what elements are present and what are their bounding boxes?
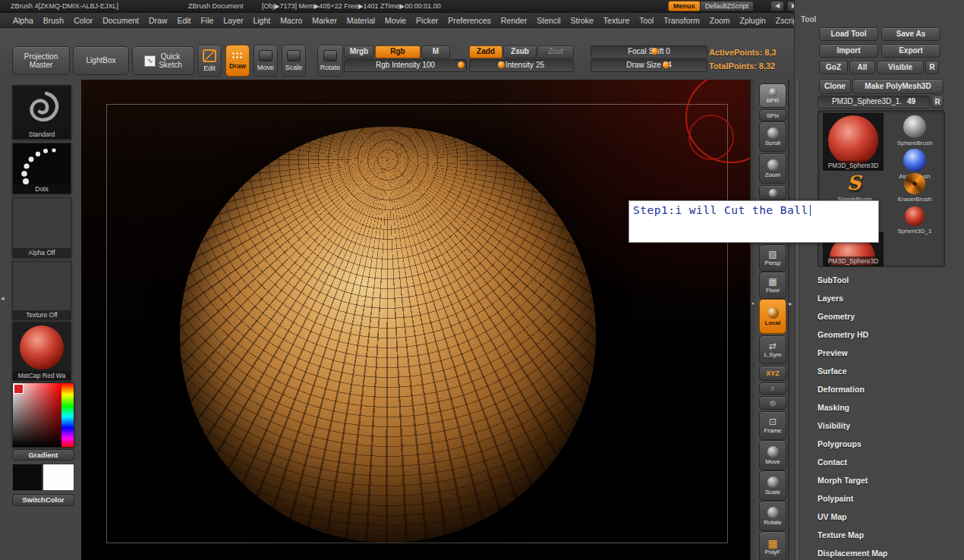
section-texture-map[interactable]: Texture Map [818,527,962,543]
section-geometry-hd[interactable]: Geometry HD [818,326,962,343]
scale-button[interactable]: Scale [282,45,306,77]
alpha-brush-icon[interactable] [903,149,926,171]
zsub-button[interactable]: Zsub [503,46,537,58]
stroke-thumbnail-dots[interactable]: Dots [12,143,71,194]
menu-item-zplugin[interactable]: Zplugin [736,13,769,28]
lightbox-button[interactable]: LightBox [73,46,129,75]
visible-button[interactable]: Visible [877,61,924,74]
focal-shift-handle[interactable] [651,48,658,55]
bpr-button[interactable]: BPR [759,83,786,108]
projection-master-button[interactable]: Projection Master [12,46,70,75]
local-button[interactable]: Local [759,299,786,334]
sphere-brush-icon[interactable] [903,115,926,138]
zcut-button[interactable]: Zcut [537,46,574,58]
frame-button[interactable]: ⊡ Frame [759,411,786,440]
make-polymesh3d-button[interactable]: Make PolyMesh3D [852,79,944,94]
menu-item-document[interactable]: Document [99,13,143,28]
divider-handle-2[interactable]: ▸ [789,300,792,307]
eraser-brush-icon[interactable] [904,173,925,194]
persp-button[interactable]: ▨ Persp [759,244,786,272]
simple-brush-icon[interactable]: S [843,171,865,194]
z-intensity-slider[interactable]: Z Intensity 25 [469,59,574,72]
rail-rotate-button[interactable]: Rotate [759,501,786,531]
section-visibility[interactable]: Visibility [818,417,962,434]
sym-ring-button[interactable]: ○ [759,382,786,395]
scroll-button[interactable]: Scroll [759,121,786,152]
rail-move-button[interactable]: Move [759,440,786,470]
rgb-intensity-handle[interactable] [458,61,465,68]
menu-item-render[interactable]: Render [497,13,531,28]
section-displacement-map[interactable]: Displacement Map [818,545,962,560]
sym-dot-button[interactable]: ◎ [759,396,786,410]
menu-item-edit[interactable]: Edit [173,13,194,28]
texture-off-thumbnail[interactable]: Texture Off [12,261,71,320]
rotate-button[interactable]: Rotate [317,45,343,77]
menus-button[interactable]: Menus [668,1,701,11]
menu-item-movie[interactable]: Movie [381,13,410,28]
goz-button[interactable]: GoZ [819,61,848,74]
draw-button[interactable]: Draw [225,45,250,77]
spix-button[interactable]: SPix [759,109,786,121]
brush-thumbnail-standard[interactable]: Standard [12,85,71,140]
xyz-button[interactable]: XYZ [759,366,786,381]
save-as-button[interactable]: Save As [881,27,940,41]
menu-item-layer[interactable]: Layer [219,13,247,28]
section-geometry[interactable]: Geometry [818,308,962,325]
default-zscript-button[interactable]: DefaultZScript [700,1,754,11]
tool-r-button[interactable]: R [931,96,944,109]
menu-item-picker[interactable]: Picker [412,13,442,28]
collapse-left-handle[interactable]: ◂ [1,294,5,302]
menu-item-color[interactable]: Color [70,13,96,28]
edit-button[interactable]: Edit [197,45,222,77]
menu-item-alpha[interactable]: Alpha [9,13,37,28]
section-polypaint[interactable]: Polypaint [818,490,962,507]
main-color-swatch[interactable] [12,464,43,491]
menu-item-stroke[interactable]: Stroke [567,13,597,28]
section-surface[interactable]: Surface [818,363,962,379]
menu-item-brush[interactable]: Brush [39,13,68,28]
menu-item-transform[interactable]: Transform [660,13,703,28]
menu-item-file[interactable]: File [197,13,217,28]
secondary-color-swatch[interactable] [43,464,74,491]
menu-item-stencil[interactable]: Stencil [533,13,565,28]
scroll-left-icon[interactable]: ◀ [770,1,784,11]
current-tool-thumbnail[interactable]: PM3D_Sphere3D [823,113,884,171]
menu-item-marker[interactable]: Marker [308,13,341,28]
divider-handle[interactable]: ▪ [751,300,754,307]
import-button[interactable]: Import [819,44,878,58]
alpha-off-thumbnail[interactable]: Alpha Off [12,197,71,258]
all-button[interactable]: All [849,61,875,74]
goz-r-button[interactable]: R [925,61,939,74]
section-polygroups[interactable]: Polygroups [818,436,962,452]
menu-item-macro[interactable]: Macro [276,13,306,28]
section-masking[interactable]: Masking [818,399,962,416]
menu-item-light[interactable]: Light [249,13,274,28]
mrgb-button[interactable]: Mrgb [344,46,374,58]
menu-item-material[interactable]: Material [343,13,379,28]
section-contact[interactable]: Contact [818,454,962,470]
focal-shift-slider[interactable]: Focal Shift 0 [591,46,707,58]
draw-size-slider[interactable]: Draw Size 64 [591,59,707,72]
lsym-button[interactable]: ⇄ L.Sym [759,335,786,364]
note-box[interactable]: Step1:i will Cut the Ball [628,200,879,243]
floor-button[interactable]: ▦ Floor [759,272,786,299]
section-layers[interactable]: Layers [818,290,962,307]
rail-button-partial[interactable] [759,185,786,200]
menu-item-preferences[interactable]: Preferences [444,13,495,28]
m-button[interactable]: M [421,46,450,58]
quick-sketch-button[interactable]: ∿ Quick Sketch [132,46,194,75]
menu-item-draw[interactable]: Draw [145,13,172,28]
switch-color-button[interactable]: SwitchColor [12,494,74,506]
z-intensity-handle[interactable] [498,61,505,68]
menu-item-texture[interactable]: Texture [600,13,633,28]
hue-strip[interactable] [61,383,74,447]
matcap-thumbnail[interactable]: MatCap Red Wa [12,322,71,381]
section-subtool[interactable]: SubTool [818,272,962,288]
rgb-intensity-slider[interactable]: Rgb Intensity 100 [344,59,467,72]
section-preview[interactable]: Preview [818,344,962,361]
zadd-button[interactable]: Zadd [469,46,502,58]
active-tool-slider[interactable]: PM3D_Sphere3D_1. 49 [818,96,930,109]
export-button[interactable]: Export [881,44,940,58]
menu-item-tool[interactable]: Tool [635,13,657,28]
menu-item-zoom[interactable]: Zoom [706,13,734,28]
